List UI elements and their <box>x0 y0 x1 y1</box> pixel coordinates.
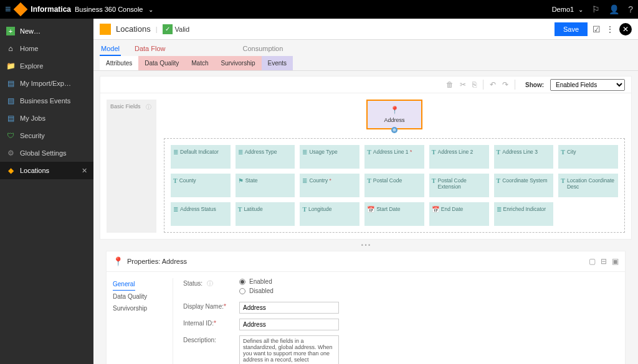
sidebar-item-security[interactable]: 🛡Security <box>0 127 93 144</box>
sidebar-item-home[interactable]: ⌂Home <box>0 40 93 57</box>
more-menu-icon[interactable]: ⋮ <box>606 24 614 34</box>
save-button[interactable]: Save <box>555 22 588 36</box>
field-card[interactable]: ≣Default Indicator <box>171 145 231 169</box>
layout-icon-3[interactable]: ▣ <box>612 257 619 266</box>
product-name: Business 360 Console <box>75 6 143 13</box>
model-canvas: Basic Fieldsⓘ 📍 Address ⊕ ≣Default Indic… <box>100 93 632 240</box>
redo-icon[interactable]: ↷ <box>502 80 508 89</box>
sidebar: +New… ⌂Home 📁Explore ▤My Import/Exp… ▤Bu… <box>0 19 93 364</box>
field-card[interactable]: 📅End Date <box>429 202 489 226</box>
info-icon: ⓘ <box>207 280 213 287</box>
tab-data-flow[interactable]: Data Flow <box>133 42 167 56</box>
text-field-icon: T <box>173 177 178 184</box>
tab-survivorship[interactable]: Survivorship <box>215 56 262 70</box>
sidebar-item-business-events[interactable]: ▤Business Events <box>0 92 93 110</box>
text-field-icon: T <box>432 149 436 156</box>
tab-attributes[interactable]: Attributes <box>100 56 138 70</box>
delete-icon[interactable]: 🗑 <box>446 80 454 89</box>
sidebar-item-my-jobs[interactable]: ▤My Jobs <box>0 110 93 127</box>
field-card[interactable]: TPostal Code Extension <box>429 174 489 197</box>
field-card[interactable]: TLocation Coordinate Desc <box>558 174 618 197</box>
sidebar-item-new[interactable]: +New… <box>0 22 93 40</box>
layout-icon-1[interactable]: ▢ <box>589 257 596 266</box>
close-button[interactable]: ✕ <box>619 23 632 35</box>
properties-nav: General Data Quality Survivorship <box>113 278 163 364</box>
field-card[interactable]: TAddress Line 3 <box>494 145 554 169</box>
topbar: ≡ Informatica Business 360 Console ⌄ Dem… <box>0 0 638 19</box>
valid-badge-icon: ✓ <box>163 24 173 34</box>
field-card[interactable]: ≣Address Type <box>236 145 295 169</box>
undo-icon[interactable]: ↶ <box>490 80 496 89</box>
location-tab-icon: ◆ <box>6 166 15 175</box>
text-field-icon: T <box>497 149 501 156</box>
field-card[interactable]: TLatitude <box>236 202 295 226</box>
sidebar-item-explore[interactable]: 📁Explore <box>0 57 93 75</box>
brand-name: Informatica <box>31 5 71 14</box>
address-node[interactable]: 📍 Address ⊕ <box>366 100 422 129</box>
status-disabled-radio[interactable] <box>239 288 245 294</box>
tab-events[interactable]: Events <box>262 56 293 70</box>
list-field-icon: ≣ <box>302 177 307 184</box>
field-card[interactable]: TLongitude <box>300 202 359 226</box>
copy-icon[interactable]: ⎘ <box>472 80 477 89</box>
text-field-icon: T <box>432 177 436 184</box>
resize-handle[interactable]: • • • <box>100 240 632 251</box>
field-card[interactable]: ≣Country * <box>300 174 359 197</box>
field-card[interactable]: ≣Usage Type <box>300 145 359 169</box>
secondary-tabs: Attributes Data Quality Match Survivorsh… <box>93 56 638 71</box>
tab-match[interactable]: Match <box>185 56 214 70</box>
text-field-icon: T <box>302 206 307 213</box>
clipboard-icon: ▤ <box>6 96 15 105</box>
list-field-icon: ≣ <box>173 149 178 156</box>
cut-icon[interactable]: ✂ <box>460 80 466 89</box>
menu-icon[interactable]: ≡ <box>5 4 11 15</box>
pin-icon: 📍 <box>113 256 123 266</box>
basic-fields-panel[interactable]: Basic Fieldsⓘ <box>107 100 156 233</box>
field-card[interactable]: ⚑State <box>236 174 295 197</box>
field-card[interactable]: ≣Address Status <box>171 202 231 226</box>
sidebar-item-import-export[interactable]: ▤My Import/Exp… <box>0 75 93 92</box>
internal-id-input[interactable] <box>239 319 339 330</box>
product-dropdown-icon[interactable]: ⌄ <box>148 6 153 13</box>
properties-form: Status: ⓘ Enabled Disabled Display Name:… <box>173 278 619 364</box>
sidebar-item-locations[interactable]: ◆Locations✕ <box>0 162 93 179</box>
user-icon[interactable]: 👤 <box>609 4 619 14</box>
text-field-icon: T <box>238 206 242 213</box>
jobs-icon: ▤ <box>6 114 15 123</box>
field-card[interactable]: TAddress Line 2 <box>429 145 489 169</box>
close-tab-icon[interactable]: ✕ <box>82 167 87 175</box>
pin-icon: 📍 <box>390 106 399 114</box>
layout-icon-2[interactable]: ⊟ <box>601 257 607 266</box>
field-card[interactable]: TPostal Code <box>364 174 424 197</box>
text-field-icon: T <box>497 177 501 184</box>
status-enabled-radio[interactable] <box>239 279 245 285</box>
folder-icon: 📁 <box>6 62 15 70</box>
tab-consumption[interactable]: Consumption <box>242 42 285 56</box>
flag-icon[interactable]: ⚐ <box>592 4 600 14</box>
tab-data-quality[interactable]: Data Quality <box>138 56 185 70</box>
field-card[interactable]: TCity <box>558 145 618 169</box>
tab-model[interactable]: Model <box>100 42 121 56</box>
sidebar-item-global-settings[interactable]: ⚙Global Settings <box>0 144 93 162</box>
props-nav-survivorship[interactable]: Survivorship <box>113 302 163 314</box>
help-icon[interactable]: ? <box>628 4 633 14</box>
date-field-icon: 📅 <box>432 206 439 213</box>
page-icon <box>100 24 111 35</box>
field-card[interactable]: ≣Enriched Indicator <box>494 202 554 226</box>
show-label: Show: <box>525 82 544 88</box>
field-card[interactable]: TCounty <box>171 174 231 197</box>
show-select[interactable]: Enabled Fields <box>550 79 625 91</box>
field-card[interactable]: TCoordinate System <box>494 174 554 197</box>
display-name-input[interactable] <box>239 302 339 314</box>
props-nav-general[interactable]: General <box>113 278 135 291</box>
field-card[interactable]: TAddress Line 1 * <box>364 145 424 169</box>
fields-container: ≣Default Indicator≣Address Type≣Usage Ty… <box>164 138 625 233</box>
field-card[interactable]: 📅Start Date <box>364 202 424 226</box>
description-textarea[interactable] <box>239 335 339 364</box>
text-field-icon: T <box>561 149 565 156</box>
user-menu[interactable]: Demo1 ⌄ <box>552 6 584 13</box>
props-nav-data-quality[interactable]: Data Quality <box>113 291 163 302</box>
shield-icon: 🛡 <box>6 131 15 140</box>
text-field-icon: T <box>561 177 565 184</box>
check-icon[interactable]: ☑ <box>593 24 601 34</box>
